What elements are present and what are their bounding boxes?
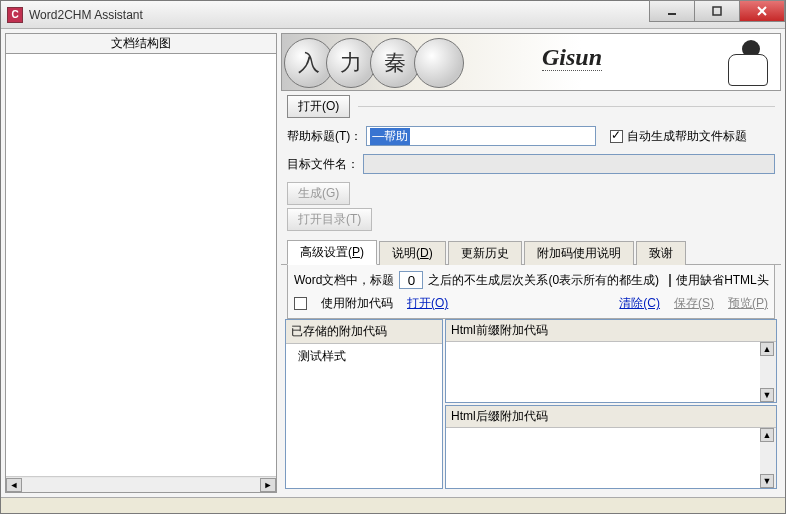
window-buttons	[650, 1, 785, 28]
auto-gen-label: 自动生成帮助文件标题	[627, 128, 747, 145]
html-stack: Html前缀附加代码 ▲ ▼ Html后缀附加代码	[445, 319, 777, 489]
action-buttons: 生成(G) 打开目录(T)	[281, 178, 781, 235]
extra-code-row: 使用附加代码 打开(O) 清除(C) 保存(S) 预览(P)	[294, 295, 768, 312]
tree-panel-header: 文档结构图	[6, 34, 276, 54]
close-button[interactable]	[739, 0, 785, 22]
scroll-left-icon[interactable]: ◄	[6, 478, 22, 492]
v-scrollbar[interactable]: ▲ ▼	[760, 342, 776, 402]
heading-level-row: Word文档中，标题 之后的不生成层次关系(0表示所有的都生成) 使用缺省HTM…	[294, 271, 768, 289]
scroll-up-icon[interactable]: ▲	[760, 342, 774, 356]
brand-logo: Gisun	[542, 44, 602, 71]
banner-disc-2: 力	[326, 38, 376, 88]
tab-readme[interactable]: 说明(D)	[379, 241, 446, 265]
body: 文档结构图 ◄ ► 入 力 秦 Gisun	[1, 29, 785, 497]
tree-area[interactable]	[6, 54, 276, 476]
target-file-row: 目标文件名：	[281, 150, 781, 178]
use-default-html-label: 使用缺省HTML头	[676, 272, 769, 289]
brand-text: Gisun	[542, 44, 602, 71]
stored-code-list[interactable]: 测试样式	[286, 344, 442, 488]
target-file-label: 目标文件名：	[287, 156, 359, 173]
heading-level-input[interactable]	[399, 271, 423, 289]
link-clear[interactable]: 清除(C)	[619, 295, 660, 312]
html-suffix-header: Html后缀附加代码	[446, 406, 776, 428]
list-item[interactable]: 测试样式	[298, 348, 430, 365]
link-open[interactable]: 打开(O)	[407, 295, 448, 312]
tree-panel: 文档结构图 ◄ ►	[5, 33, 277, 493]
auto-gen-checkbox[interactable]	[610, 130, 623, 143]
help-title-row: 帮助标题(T)： —帮助 自动生成帮助文件标题	[281, 122, 781, 150]
use-extra-code-label: 使用附加代码	[321, 295, 393, 312]
scroll-track[interactable]	[22, 478, 260, 492]
tab-extra-help[interactable]: 附加码使用说明	[524, 241, 634, 265]
tabs: 高级设置(P) 说明(D) 更新历史 附加码使用说明 致谢	[281, 239, 781, 265]
generate-button[interactable]: 生成(G)	[287, 182, 350, 205]
link-save[interactable]: 保存(S)	[674, 295, 714, 312]
help-title-input[interactable]: —帮助	[366, 126, 596, 146]
open-button[interactable]: 打开(O)	[287, 95, 350, 118]
titlebar: C Word2CHM Assistant	[1, 1, 785, 29]
svg-rect-1	[713, 7, 721, 15]
html-suffix-box: Html后缀附加代码 ▲ ▼	[445, 405, 777, 489]
bottom-split: 已存储的附加代码 测试样式 Html前缀附加代码 ▲ ▼	[281, 319, 781, 493]
separator	[358, 106, 775, 107]
maximize-button[interactable]	[694, 0, 740, 22]
use-extra-code-checkbox[interactable]	[294, 297, 307, 310]
help-title-value: —帮助	[370, 128, 410, 145]
tab-history[interactable]: 更新历史	[448, 241, 522, 265]
target-file-input[interactable]	[363, 154, 775, 174]
scroll-down-icon[interactable]: ▼	[760, 474, 774, 488]
app-icon: C	[7, 7, 23, 23]
scroll-down-icon[interactable]: ▼	[760, 388, 774, 402]
html-suffix-textarea[interactable]: ▲ ▼	[446, 428, 776, 488]
open-row: 打开(O)	[281, 91, 781, 122]
scroll-up-icon[interactable]: ▲	[760, 428, 774, 442]
statusbar	[1, 497, 785, 513]
tab-content-advanced: Word文档中，标题 之后的不生成层次关系(0表示所有的都生成) 使用缺省HTM…	[287, 265, 775, 319]
tab-thanks[interactable]: 致谢	[636, 241, 686, 265]
banner-portrait	[714, 38, 774, 88]
html-prefix-header: Html前缀附加代码	[446, 320, 776, 342]
tree-horizontal-scrollbar[interactable]: ◄ ►	[6, 476, 276, 492]
html-prefix-box: Html前缀附加代码 ▲ ▼	[445, 319, 777, 403]
banner-disc-3: 秦	[370, 38, 420, 88]
banner: 入 力 秦 Gisun	[281, 33, 781, 91]
help-title-label: 帮助标题(T)：	[287, 128, 362, 145]
heading-suffix: 之后的不生成层次关系(0表示所有的都生成)	[428, 272, 659, 289]
right-panel: 入 力 秦 Gisun 打开(O) 帮助标题(T)：	[281, 33, 781, 493]
window-title: Word2CHM Assistant	[29, 8, 650, 22]
scroll-right-icon[interactable]: ►	[260, 478, 276, 492]
link-preview[interactable]: 预览(P)	[728, 295, 768, 312]
heading-prefix: Word文档中，标题	[294, 272, 394, 289]
stored-code-panel: 已存储的附加代码 测试样式	[285, 319, 443, 489]
tab-advanced[interactable]: 高级设置(P)	[287, 240, 377, 265]
minimize-button[interactable]	[649, 0, 695, 22]
html-prefix-textarea[interactable]: ▲ ▼	[446, 342, 776, 402]
v-scrollbar[interactable]: ▲ ▼	[760, 428, 776, 488]
stored-code-header: 已存储的附加代码	[286, 320, 442, 344]
app-window: C Word2CHM Assistant 文档结构图 ◄ ►	[0, 0, 786, 514]
banner-disc-4	[414, 38, 464, 88]
use-default-html-checkbox[interactable]	[669, 274, 671, 287]
open-dir-button[interactable]: 打开目录(T)	[287, 208, 372, 231]
